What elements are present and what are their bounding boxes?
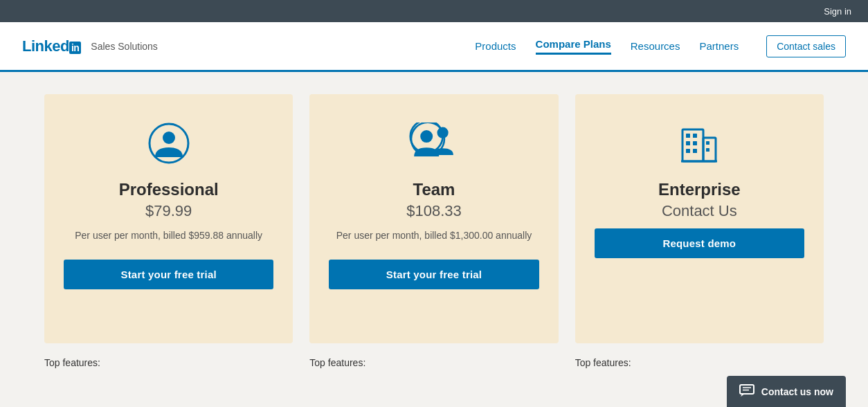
- team-price: $108.33: [406, 202, 462, 220]
- professional-price: $79.99: [145, 202, 192, 220]
- svg-rect-15: [706, 148, 709, 152]
- top-bar: Sign in: [0, 0, 868, 22]
- enterprise-card: Enterprise Contact Us Request demo: [575, 94, 824, 343]
- professional-billing: Per user per month, billed $959.88 annua…: [75, 228, 262, 243]
- linkedin-logo: Linkedin: [22, 37, 81, 55]
- svg-rect-9: [693, 134, 697, 138]
- enterprise-cta[interactable]: Request demo: [595, 228, 804, 258]
- svg-point-4: [420, 130, 433, 143]
- nav-products[interactable]: Products: [475, 40, 516, 52]
- navigation: Linkedin Sales Solutions Products Compar…: [0, 22, 868, 72]
- svg-rect-13: [693, 149, 697, 153]
- team-cta[interactable]: Start your free trial: [329, 260, 539, 289]
- nav-links: Products Compare Plans Resources Partner…: [475, 35, 846, 57]
- logo-area: Linkedin Sales Solutions: [22, 37, 158, 55]
- svg-rect-14: [706, 141, 709, 145]
- plans-grid: Professional $79.99 Per user per month, …: [44, 94, 824, 343]
- nav-partners[interactable]: Partners: [699, 40, 739, 52]
- enterprise-icon: [680, 119, 718, 168]
- enterprise-features-text: Top features:: [575, 357, 631, 368]
- enterprise-features-label: Top features:: [575, 357, 824, 368]
- team-card: Team $108.33 Per user per month, billed …: [309, 94, 558, 343]
- features-row: Top features: Top features: Top features…: [44, 343, 824, 368]
- nav-subtitle: Sales Solutions: [91, 41, 158, 52]
- enterprise-price: Contact Us: [662, 202, 737, 220]
- team-features-label: Top features:: [309, 357, 558, 368]
- professional-name: Professional: [119, 180, 219, 199]
- contact-sales-button[interactable]: Contact sales: [766, 35, 846, 57]
- svg-rect-11: [693, 141, 697, 145]
- team-icon: [409, 119, 459, 168]
- professional-cta[interactable]: Start your free trial: [64, 260, 273, 289]
- professional-icon: [148, 119, 190, 168]
- main-content: Professional $79.99 Per user per month, …: [0, 72, 868, 368]
- professional-features-text: Top features:: [44, 357, 100, 368]
- logo-wordmark: Linkedin: [22, 37, 81, 55]
- svg-rect-8: [686, 134, 690, 138]
- team-name: Team: [413, 180, 455, 199]
- signin-link[interactable]: Sign in: [824, 6, 851, 17]
- professional-card: Professional $79.99 Per user per month, …: [44, 94, 293, 343]
- nav-compare-plans[interactable]: Compare Plans: [536, 38, 611, 55]
- svg-rect-12: [686, 149, 690, 153]
- svg-point-1: [163, 132, 175, 144]
- logo-in-box: in: [69, 42, 81, 54]
- professional-features-label: Top features:: [44, 357, 293, 368]
- nav-resources[interactable]: Resources: [631, 40, 680, 52]
- team-features-text: Top features:: [309, 357, 365, 368]
- team-billing: Per user per month, billed $1,300.00 ann…: [336, 228, 532, 243]
- enterprise-name: Enterprise: [658, 180, 741, 199]
- svg-rect-10: [686, 141, 690, 145]
